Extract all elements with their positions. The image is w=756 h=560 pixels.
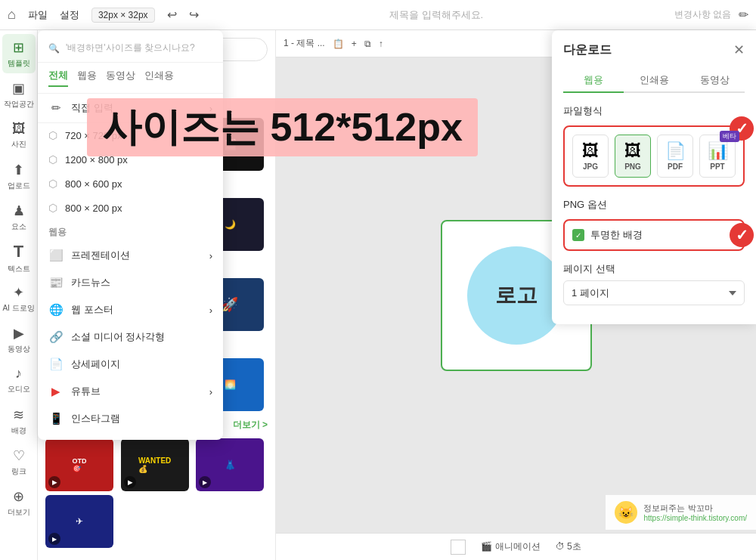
jpg-icon: 🖼 bbox=[582, 141, 599, 161]
sidebar-item-upload[interactable]: ⬆ 업로드 bbox=[2, 156, 36, 196]
vt-thumb-3[interactable]: ▶👗 bbox=[196, 438, 264, 491]
presentation-item[interactable]: ⬜ 프레젠테이션 › bbox=[38, 242, 223, 269]
sidebar-item-workspace[interactable]: ▣ 작업공간 bbox=[2, 75, 36, 114]
vt-thumb-4[interactable]: ▶✈ bbox=[45, 495, 113, 548]
dropdown-tabs: 전체 웹용 동영상 인쇄용 bbox=[38, 63, 223, 94]
detail-label: 상세페이지 bbox=[71, 357, 120, 371]
sidebar-item-template[interactable]: ⊞ 템플릿 bbox=[2, 34, 36, 73]
format-jpg[interactable]: 🖼 JPG bbox=[572, 135, 609, 178]
download-panel: 다운로드 ✕ 웹용 인쇄용 동영상 파일형식 ✓ 🖼 JPG 🖼 PNG 📄 P… bbox=[552, 30, 756, 324]
vt-thumb-2[interactable]: WANTED💰▶ bbox=[121, 438, 189, 491]
animation-button[interactable]: 🎬 애니메이션 bbox=[481, 540, 540, 553]
png-label: PNG bbox=[624, 162, 641, 171]
ppt-badge: 베타 bbox=[720, 131, 739, 142]
timer-button[interactable]: ⏱ 5초 bbox=[556, 540, 581, 553]
size-icon-1200: ⬡ bbox=[48, 153, 57, 166]
sidebar-item-element[interactable]: ♟ 요소 bbox=[2, 197, 36, 237]
png-options-box: ✓ 투명한 배경 ✓ bbox=[563, 219, 745, 251]
social-label: 소셜 미디어 정사각형 bbox=[71, 330, 165, 344]
download-close-button[interactable]: ✕ bbox=[733, 42, 745, 58]
icon-sidebar: ⊞ 템플릿 ▣ 작업공간 🖼 사진 ⬆ 업로드 ♟ 요소 T 텍스트 ✦ AI … bbox=[0, 30, 38, 560]
size-item-800-200[interactable]: ⬡ 800 × 200 px bbox=[38, 196, 223, 220]
download-tab-web[interactable]: 웹용 bbox=[563, 69, 624, 93]
topbar-right: 변경사항 없음 ✏ bbox=[674, 8, 748, 22]
video-label: 동영상 bbox=[8, 344, 30, 354]
sidebar-item-video[interactable]: ▶ 동영상 bbox=[2, 320, 36, 359]
page-select-dropdown[interactable]: 1 페이지 모든 페이지 bbox=[563, 280, 745, 305]
ppt-icon: 📊 bbox=[708, 141, 728, 161]
photo-label: 사진 bbox=[11, 139, 26, 150]
social-icon: 🔗 bbox=[48, 330, 64, 344]
dropdown-tab-video[interactable]: 동영상 bbox=[106, 69, 135, 87]
download-tab-print[interactable]: 인쇄용 bbox=[624, 69, 684, 93]
transparent-bg-checkbox[interactable]: ✓ bbox=[572, 229, 584, 241]
transparent-bg-row: ✓ 투명한 배경 bbox=[572, 228, 736, 242]
format-ppt[interactable]: 베타 📊 PPT bbox=[699, 135, 736, 178]
more-label: 더보기 bbox=[8, 507, 30, 518]
arrow-icon-yt: › bbox=[209, 386, 212, 398]
size-item-800-600[interactable]: ⬡ 800 × 600 px bbox=[38, 172, 223, 196]
sidebar-item-like[interactable]: ♡ 링크 bbox=[2, 442, 36, 481]
photo-icon: 🖼 bbox=[12, 121, 26, 137]
youtube-item[interactable]: ▶ 유튜브 › bbox=[38, 378, 223, 405]
sidebar-item-photo[interactable]: 🖼 사진 bbox=[2, 116, 36, 155]
png-options-title: PNG 옵션 bbox=[563, 198, 745, 212]
workspace-label: 작업공간 bbox=[4, 99, 34, 110]
social-media-item[interactable]: 🔗 소셜 미디어 정사각형 bbox=[38, 323, 223, 351]
download-tab-video[interactable]: 동영상 bbox=[684, 69, 745, 93]
copy-page-icon[interactable]: 📋 bbox=[333, 39, 344, 49]
upload-icon: ⬆ bbox=[13, 162, 24, 178]
dropdown-tab-all[interactable]: 전체 bbox=[48, 69, 68, 87]
canvas-size-selector[interactable]: 32px × 32px bbox=[91, 8, 155, 23]
youtube-label: 유튜브 bbox=[71, 385, 101, 398]
search-icon-dropdown: 🔍 bbox=[48, 43, 60, 54]
cardnews-icon: 📰 bbox=[48, 276, 64, 289]
undo-button[interactable]: ↩ bbox=[167, 8, 177, 22]
topbar: ⌂ 파일 설정 32px × 32px ↩ ↪ 제목을 입력해주세요. 변경사항… bbox=[0, 0, 756, 30]
edit-icon[interactable]: ✏ bbox=[739, 8, 748, 22]
video-template-grid: OTD🎯▶ WANTED💰▶ ▶👗 ▶✈ bbox=[45, 438, 268, 548]
cardnews-item[interactable]: 📰 카드뉴스 bbox=[38, 269, 223, 296]
more-link[interactable]: 더보기 > bbox=[233, 419, 268, 432]
instagram-item[interactable]: 📱 인스타그램 bbox=[38, 405, 223, 432]
web-poster-icon: 🌐 bbox=[48, 303, 64, 317]
move-up-icon[interactable]: ↑ bbox=[379, 39, 383, 49]
transparent-bg-label: 투명한 배경 bbox=[590, 228, 643, 242]
instagram-label: 인스타그램 bbox=[71, 412, 120, 425]
presentation-icon: ⬜ bbox=[48, 249, 64, 262]
dropdown-tab-print[interactable]: 인쇄용 bbox=[144, 69, 174, 87]
file-menu[interactable]: 파일 bbox=[28, 8, 48, 22]
detail-page-item[interactable]: 📄 상세페이지 bbox=[38, 351, 223, 378]
like-icon: ♡ bbox=[13, 447, 25, 464]
arrow-icon-pres: › bbox=[209, 250, 212, 261]
workspace-icon: ▣ bbox=[12, 80, 25, 97]
sidebar-item-more[interactable]: ⊕ 더보기 bbox=[2, 483, 36, 522]
redo-button[interactable]: ↪ bbox=[189, 8, 199, 22]
detail-icon: 📄 bbox=[48, 357, 64, 371]
white-square-indicator bbox=[451, 540, 466, 555]
vt-thumb-1[interactable]: OTD🎯▶ bbox=[45, 438, 113, 491]
sidebar-item-ai[interactable]: ✦ AI 드로잉 bbox=[2, 279, 36, 318]
audio-icon: ♪ bbox=[15, 366, 22, 382]
web-poster-label: 웹 포스터 bbox=[71, 303, 113, 317]
presentation-label: 프레젠테이션 bbox=[71, 249, 130, 262]
web-poster-item[interactable]: 🌐 웹 포스터 › bbox=[38, 296, 223, 323]
add-page-icon[interactable]: + bbox=[352, 39, 357, 49]
size-label-800-600: 800 × 600 px bbox=[65, 178, 122, 190]
watermark-avatar: 😺 bbox=[615, 501, 637, 524]
sidebar-item-text[interactable]: T 텍스트 bbox=[2, 238, 36, 277]
settings-menu[interactable]: 설정 bbox=[60, 8, 79, 22]
home-icon[interactable]: ⌂ bbox=[8, 7, 16, 23]
bg-icon: ≋ bbox=[13, 407, 24, 423]
sidebar-item-bg[interactable]: ≋ 배경 bbox=[2, 401, 36, 441]
ai-label: AI 드로잉 bbox=[2, 303, 34, 314]
canvas-bottom-bar: 🎬 애니메이션 ⏱ 5초 bbox=[276, 533, 756, 560]
format-pdf[interactable]: 📄 PDF bbox=[657, 135, 693, 178]
duplicate-icon[interactable]: ⧉ bbox=[364, 39, 371, 49]
format-png[interactable]: 🖼 PNG bbox=[615, 135, 651, 178]
document-title[interactable]: 제목을 입력해주세요. bbox=[211, 8, 662, 22]
like-label: 링크 bbox=[11, 466, 26, 477]
sidebar-item-audio[interactable]: ♪ 오디오 bbox=[2, 360, 36, 400]
watermark-text: 정보퍼주는 박꼬마 https://simple-think.tistory.c… bbox=[643, 503, 747, 522]
dropdown-tab-web[interactable]: 웹용 bbox=[77, 69, 97, 87]
